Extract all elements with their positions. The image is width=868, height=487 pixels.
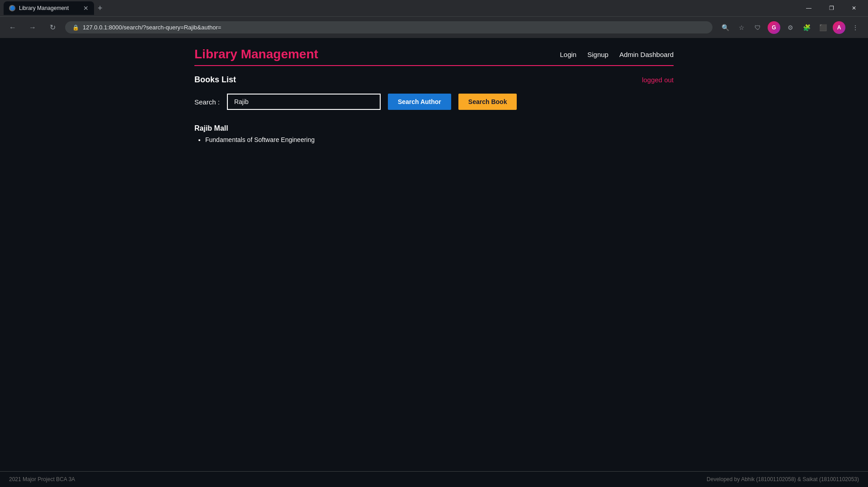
user-avatar: G xyxy=(768,21,780,34)
browser-chrome: 🔵 Library Management ✕ + — ❐ ✕ ← → ↻ 🔒 🔍… xyxy=(0,0,868,38)
navbar: Library Management Login Signup Admin Da… xyxy=(194,38,674,66)
address-input[interactable] xyxy=(83,24,705,31)
footer: 2021 Major Project BCA 3A Developed by A… xyxy=(0,471,868,487)
browser-titlebar: 🔵 Library Management ✕ + — ❐ ✕ xyxy=(0,0,868,16)
more-options-icon[interactable]: ⋮ xyxy=(848,20,863,35)
window-controls: — ❐ ✕ xyxy=(798,0,864,16)
page-title: Books List xyxy=(194,75,236,85)
tab-title: Library Management xyxy=(19,5,69,11)
search-input[interactable] xyxy=(227,94,381,110)
book-list: Fundamentals of Software Engineering xyxy=(194,136,674,143)
search-label: Search : xyxy=(194,98,220,106)
user-avatar-2: A xyxy=(833,21,845,34)
author-name: Rajib Mall xyxy=(194,124,674,132)
security-lock-icon: 🔒 xyxy=(72,24,79,31)
navbar-brand[interactable]: Library Management xyxy=(194,47,318,61)
tab-close-button[interactable]: ✕ xyxy=(83,5,89,12)
minimize-button[interactable]: — xyxy=(798,0,819,16)
browser-addressbar: ← → ↻ 🔒 🔍 ☆ 🛡 G ⚙ 🧩 ⬛ A ⋮ xyxy=(0,16,868,38)
navbar-links: Login Signup Admin Dashboard xyxy=(560,51,674,58)
new-tab-button[interactable]: + xyxy=(94,4,106,13)
zoom-icon[interactable]: 🔍 xyxy=(718,20,732,35)
list-item: Fundamentals of Software Engineering xyxy=(205,136,674,143)
media-icon[interactable]: ⬛ xyxy=(816,20,830,35)
forward-button[interactable]: → xyxy=(25,20,40,35)
settings-icon[interactable]: ⚙ xyxy=(783,20,797,35)
reload-button[interactable]: ↻ xyxy=(45,20,60,35)
browser-tab[interactable]: 🔵 Library Management ✕ xyxy=(4,1,94,15)
footer-right: Developed by Abhik (181001102058) & Saik… xyxy=(707,476,859,482)
admin-dashboard-link[interactable]: Admin Dashboard xyxy=(619,51,674,58)
signup-link[interactable]: Signup xyxy=(587,51,609,58)
browser-toolbar-icons: 🔍 ☆ 🛡 G ⚙ 🧩 ⬛ A ⋮ xyxy=(718,20,863,35)
extensions-icon[interactable]: 🧩 xyxy=(799,20,814,35)
page-wrapper: Library Management Login Signup Admin Da… xyxy=(185,38,683,143)
tab-favicon: 🔵 xyxy=(9,5,15,11)
logged-out-label: logged out xyxy=(642,76,674,84)
profile-icon[interactable]: G xyxy=(767,20,781,35)
content-header: Books List logged out xyxy=(194,75,674,85)
close-button[interactable]: ✕ xyxy=(844,0,864,16)
address-bar-container[interactable]: 🔒 xyxy=(65,21,712,33)
results-section: Rajib Mall Fundamentals of Software Engi… xyxy=(194,124,674,143)
user-accounts-icon[interactable]: A xyxy=(832,20,846,35)
shield-icon[interactable]: 🛡 xyxy=(750,20,765,35)
login-link[interactable]: Login xyxy=(560,51,577,58)
back-button[interactable]: ← xyxy=(5,20,20,35)
footer-left: 2021 Major Project BCA 3A xyxy=(9,476,75,482)
search-author-button[interactable]: Search Author xyxy=(388,94,451,110)
search-row: Search : Search Author Search Book xyxy=(194,94,674,110)
search-book-button[interactable]: Search Book xyxy=(458,94,517,110)
bookmark-star-icon[interactable]: ☆ xyxy=(734,20,749,35)
maximize-button[interactable]: ❐ xyxy=(821,0,842,16)
